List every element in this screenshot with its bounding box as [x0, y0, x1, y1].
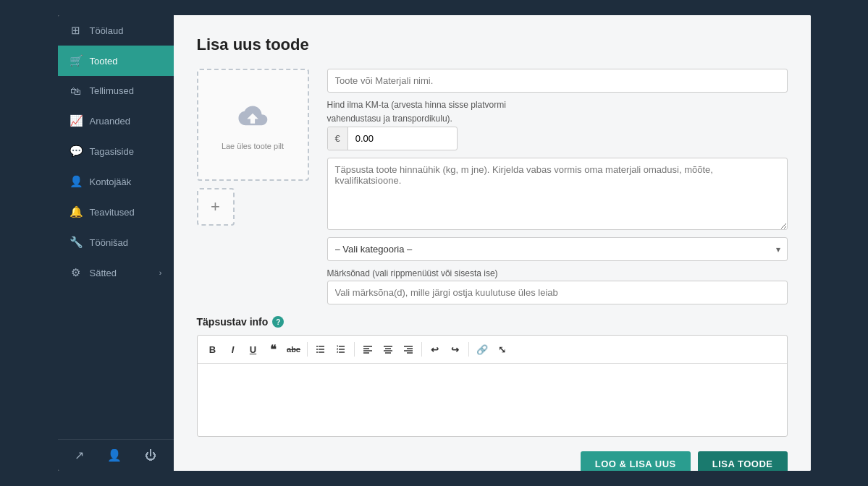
toolbar-separator-4	[468, 342, 469, 357]
add-image-button[interactable]: +	[197, 188, 235, 226]
bold-button[interactable]: B	[203, 340, 222, 359]
category-select[interactable]: – Vali kategooria –	[327, 237, 788, 261]
align-center-button[interactable]	[379, 340, 397, 359]
toolbar-separator-3	[421, 342, 422, 357]
underline-button[interactable]: U	[244, 340, 263, 359]
sidebar-item-toolaud[interactable]: ⊞ Töölaud	[58, 15, 174, 46]
svg-text:3: 3	[337, 350, 339, 354]
sidebar-item-tellimused[interactable]: 🛍 Tellimused	[58, 76, 174, 106]
price-input-wrapper: €	[327, 127, 458, 150]
add-product-button[interactable]: LISA TOODE	[698, 451, 788, 471]
power-icon[interactable]: ⏻	[145, 449, 156, 462]
fullscreen-button[interactable]: ⤡	[493, 340, 512, 359]
form-fields: Hind ilma KM-ta (arvesta hinna sisse pla…	[327, 69, 788, 304]
sidebar-item-label: Tooted	[90, 56, 118, 67]
app-wrapper: ⊞ Töölaud 🛒 Tooted 🛍 Tellimused 📈 Aruand…	[0, 0, 868, 486]
page-title: Lisa uus toode	[197, 35, 788, 54]
tagasiside-icon: 💬	[69, 145, 83, 158]
sidebar: ⊞ Töölaud 🛒 Tooted 🛍 Tellimused 📈 Aruand…	[58, 15, 174, 471]
svg-point-5	[316, 351, 318, 353]
form-actions: LOO & LISA UUS LISA TOODE	[197, 451, 788, 471]
info-label-text: Täpsustav info	[197, 316, 269, 328]
price-currency: €	[328, 127, 348, 150]
info-help-icon[interactable]: ?	[272, 316, 284, 328]
tooted-icon: 🛒	[69, 54, 83, 67]
app-container: ⊞ Töölaud 🛒 Tooted 🛍 Tellimused 📈 Aruand…	[58, 15, 811, 471]
price-section: Hind ilma KM-ta (arvesta hinna sisse pla…	[327, 100, 788, 150]
main-content: Lisa uus toode Lae üles toote pilt +	[174, 15, 811, 471]
kontojaak-icon: 👤	[69, 175, 83, 188]
sidebar-item-label: Teavitused	[90, 207, 135, 218]
cloud-upload-icon	[235, 100, 271, 136]
italic-button[interactable]: I	[224, 340, 243, 359]
ordered-list-button[interactable]: 123	[332, 340, 350, 359]
redo-button[interactable]: ↪	[446, 340, 465, 359]
price-label-line1: Hind ilma KM-ta (arvesta hinna sisse pla…	[327, 100, 788, 111]
link-button[interactable]: 🔗	[473, 340, 492, 359]
sidebar-bottom: ↗ 👤 ⏻	[58, 439, 174, 471]
toolbar-separator-1	[307, 342, 308, 357]
toonistad-icon: 🔧	[69, 236, 83, 249]
form-area: Lae üles toote pilt + Hind ilma KM-ta (a…	[197, 69, 788, 304]
toolaud-icon: ⊞	[69, 24, 83, 37]
svg-point-3	[316, 346, 318, 347]
sidebar-item-label: Tagasiside	[90, 146, 134, 157]
info-section-label: Täpsustav info ?	[197, 316, 788, 328]
sidebar-item-tooted[interactable]: 🛒 Tooted	[58, 46, 174, 76]
image-upload-section: Lae üles toote pilt +	[197, 69, 313, 304]
sidebar-item-toonistad[interactable]: 🔧 Töönišad	[58, 227, 174, 257]
price-input[interactable]	[348, 127, 435, 150]
info-section: Täpsustav info ? B I U ❝ abc	[197, 316, 788, 437]
align-right-button[interactable]	[399, 340, 418, 359]
satted-icon: ⚙	[69, 266, 83, 279]
sidebar-item-teavitused[interactable]: 🔔 Teavitused	[58, 197, 174, 227]
align-left-button[interactable]	[358, 340, 377, 359]
sidebar-item-kontojaak[interactable]: 👤 Kontojääk	[58, 166, 174, 197]
keywords-label: Märksõnad (vali rippmenüüst või sisesta …	[327, 268, 788, 278]
teavitused-icon: 🔔	[69, 205, 83, 218]
sidebar-item-aruanded[interactable]: 📈 Aruanded	[58, 106, 174, 136]
tellimused-icon: 🛍	[69, 85, 83, 97]
sidebar-item-satted[interactable]: ⚙ Sätted ›	[58, 257, 174, 288]
aruanded-icon: 📈	[69, 114, 83, 127]
image-upload-box[interactable]: Lae üles toote pilt	[197, 69, 309, 181]
upload-label: Lae üles toote pilt	[222, 142, 284, 150]
editor-toolbar: B I U ❝ abc 123	[198, 336, 787, 364]
external-link-icon[interactable]: ↗	[75, 448, 84, 462]
sidebar-item-label: Sätted	[90, 268, 117, 278]
keywords-input[interactable]	[327, 281, 788, 304]
sidebar-item-label: Aruanded	[90, 116, 130, 127]
product-name-input[interactable]	[327, 69, 788, 93]
sidebar-item-label: Tellimused	[90, 85, 134, 96]
editor-content-area[interactable]	[198, 364, 787, 436]
price-label-line2: vahendustasu ja transpordikulu).	[327, 114, 788, 125]
sidebar-item-label: Töölaud	[90, 25, 124, 36]
undo-button[interactable]: ↩	[426, 340, 444, 359]
strikethrough-button[interactable]: abc	[285, 340, 303, 359]
create-new-button[interactable]: LOO & LISA UUS	[581, 451, 691, 471]
unordered-list-button[interactable]	[311, 340, 330, 359]
svg-point-4	[316, 349, 318, 350]
chevron-right-icon: ›	[159, 268, 162, 277]
toolbar-separator-2	[354, 342, 355, 357]
description-textarea[interactable]	[327, 158, 788, 230]
user-icon[interactable]: 👤	[107, 448, 122, 462]
rich-text-editor: B I U ❝ abc 123	[197, 335, 788, 437]
sidebar-item-label: Kontojääk	[90, 176, 132, 187]
category-select-wrapper: – Vali kategooria – ▾	[327, 237, 788, 261]
blockquote-button[interactable]: ❝	[264, 340, 283, 359]
sidebar-item-label: Töönišad	[90, 237, 128, 248]
sidebar-item-tagasiside[interactable]: 💬 Tagasiside	[58, 136, 174, 166]
keywords-section: Märksõnad (vali rippmenüüst või sisesta …	[327, 268, 788, 304]
